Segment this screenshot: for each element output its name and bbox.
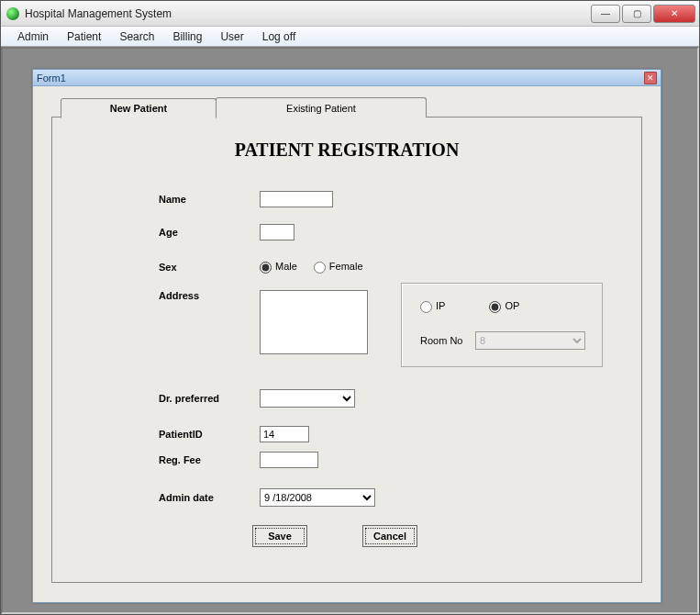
label-admindate: Admin date [159, 492, 260, 503]
titlebar[interactable]: Hospital Management System — ▢ ✕ [1, 1, 699, 27]
tab-existing-patient[interactable]: Existing Patient [216, 97, 427, 117]
radio-male-label: Male [275, 261, 297, 272]
close-button[interactable]: ✕ [653, 5, 695, 23]
form1-window: Form1 ✕ New Patient Existing Patient PAT… [32, 69, 661, 603]
label-name: Name [159, 194, 260, 205]
menu-patient[interactable]: Patient [58, 28, 110, 45]
label-age: Age [159, 227, 260, 238]
radio-female[interactable] [314, 262, 326, 274]
label-regfee: Reg. Fee [159, 454, 260, 465]
radio-ip-wrapper[interactable]: IP [420, 300, 445, 313]
label-roomno: Room No [420, 335, 475, 346]
form1-titlebar[interactable]: Form1 ✕ [33, 70, 661, 86]
label-drpref: Dr. preferred [159, 393, 260, 404]
label-patientid: PatientID [159, 429, 260, 440]
mdi-client-area: Form1 ✕ New Patient Existing Patient PAT… [1, 47, 699, 614]
form1-title: Form1 [37, 73, 66, 84]
age-field[interactable] [260, 224, 294, 240]
radio-female-wrapper[interactable]: Female [314, 261, 363, 274]
radio-male-wrapper[interactable]: Male [260, 261, 297, 274]
radio-ip[interactable] [420, 301, 432, 313]
address-field[interactable] [260, 290, 368, 354]
menu-search[interactable]: Search [110, 28, 163, 45]
minimize-button[interactable]: — [591, 5, 620, 23]
roomno-combo[interactable]: 8 [475, 331, 585, 350]
tab-new-patient[interactable]: New Patient [61, 98, 217, 118]
app-window: Hospital Management System — ▢ ✕ Admin P… [0, 0, 700, 615]
patientid-field[interactable] [260, 426, 309, 442]
menu-billing[interactable]: Billing [163, 28, 211, 45]
radio-op[interactable] [489, 301, 501, 313]
radio-male[interactable] [260, 262, 272, 274]
radio-female-label: Female [329, 261, 363, 272]
form1-close-button[interactable]: ✕ [644, 72, 657, 84]
menu-admin[interactable]: Admin [8, 28, 58, 45]
label-sex: Sex [159, 262, 260, 273]
patient-type-group: IP OP Room No 8 [401, 283, 603, 367]
name-field[interactable] [260, 191, 333, 207]
maximize-button[interactable]: ▢ [622, 5, 651, 23]
radio-op-label: OP [505, 300, 519, 311]
label-address: Address [159, 290, 260, 301]
cancel-button[interactable]: Cancel [362, 525, 417, 547]
app-icon [6, 7, 19, 20]
regfee-field[interactable] [260, 452, 318, 468]
tab-panel-new-patient: PATIENT REGISTRATION Name Age [51, 117, 642, 583]
drpref-combo[interactable] [260, 389, 355, 408]
page-heading: PATIENT REGISTRATION [52, 140, 641, 161]
menu-logoff[interactable]: Log off [253, 28, 305, 45]
save-button[interactable]: Save [252, 525, 307, 547]
radio-ip-label: IP [436, 300, 445, 311]
menu-user[interactable]: User [211, 28, 252, 45]
window-title: Hospital Management System [25, 7, 172, 20]
menubar: Admin Patient Search Billing User Log of… [1, 27, 699, 47]
radio-op-wrapper[interactable]: OP [489, 300, 519, 313]
admindate-picker[interactable]: 9 /18/2008 [260, 488, 375, 507]
